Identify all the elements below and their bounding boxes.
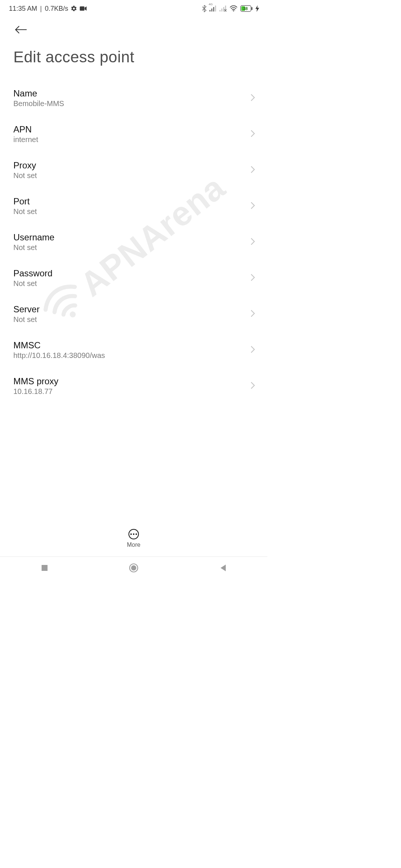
row-mmsc[interactable]: MMSChttp://10.16.18.4:38090/was — [0, 332, 267, 368]
chevron-right-icon — [250, 309, 255, 319]
chevron-right-icon — [250, 345, 255, 355]
more-menu[interactable]: More — [0, 529, 267, 548]
row-proxy[interactable]: ProxyNot set — [0, 152, 267, 188]
row-port[interactable]: PortNot set — [0, 188, 267, 224]
row-value: Not set — [13, 207, 246, 216]
charging-bolt-icon — [255, 5, 259, 12]
chevron-right-icon — [250, 129, 255, 139]
bluetooth-icon — [202, 5, 207, 12]
row-value: Bemobile-MMS — [13, 99, 246, 108]
svg-rect-5 — [219, 10, 221, 11]
svg-rect-12 — [251, 7, 252, 10]
row-password[interactable]: PasswordNot set — [0, 260, 267, 296]
row-title: Port — [13, 196, 246, 207]
status-separator: | — [40, 5, 42, 13]
status-time: 11:35 AM — [9, 5, 37, 13]
system-nav-bar — [0, 556, 267, 579]
battery-icon: 38 — [240, 5, 253, 12]
row-title: Name — [13, 88, 246, 99]
arrow-left-icon — [14, 25, 27, 34]
wifi-icon — [229, 5, 238, 12]
nav-recent-button[interactable] — [38, 561, 51, 575]
row-apn[interactable]: APNinternet — [0, 116, 267, 152]
row-username[interactable]: UsernameNot set — [0, 224, 267, 260]
battery-percent-label: 38 — [243, 6, 248, 11]
nav-home-button[interactable] — [127, 561, 140, 575]
status-net-rate: 0.7KB/s — [45, 5, 68, 13]
svg-rect-6 — [221, 9, 222, 11]
svg-point-16 — [131, 565, 136, 571]
row-value: internet — [13, 135, 246, 144]
more-dots-icon — [128, 529, 139, 539]
chevron-right-icon — [250, 93, 255, 103]
row-value: Not set — [13, 243, 246, 252]
gear-icon — [71, 5, 77, 12]
row-value: Not set — [13, 315, 246, 324]
row-title: Proxy — [13, 160, 246, 171]
svg-rect-0 — [80, 6, 85, 11]
row-value: http://10.16.18.4:38090/was — [13, 351, 246, 360]
svg-rect-7 — [223, 7, 224, 11]
nav-recent-icon — [41, 564, 48, 572]
row-value: 10.16.18.77 — [13, 387, 246, 396]
chevron-right-icon — [250, 201, 255, 211]
signal-no-sim-icon — [219, 6, 227, 11]
back-button[interactable] — [13, 22, 28, 37]
row-title: Server — [13, 304, 246, 315]
more-label: More — [127, 542, 140, 548]
svg-rect-14 — [42, 565, 48, 571]
nav-back-button[interactable] — [216, 561, 229, 575]
signal-4g-icon: 4G — [209, 6, 217, 11]
row-title: MMS proxy — [13, 376, 246, 387]
chevron-right-icon — [250, 381, 255, 391]
row-title: Password — [13, 268, 246, 279]
nav-home-icon — [129, 563, 138, 573]
chevron-right-icon — [250, 165, 255, 175]
row-value: Not set — [13, 279, 246, 288]
status-bar: 11:35 AM | 0.7KB/s 4G — [0, 0, 267, 17]
chevron-right-icon — [250, 237, 255, 247]
row-title: MMSC — [13, 340, 246, 351]
svg-point-9 — [233, 10, 234, 11]
chevron-right-icon — [250, 273, 255, 283]
page-title: Edit access point — [13, 48, 257, 66]
row-server[interactable]: ServerNot set — [0, 296, 267, 332]
svg-rect-3 — [213, 7, 214, 11]
row-name[interactable]: NameBemobile-MMS — [0, 80, 267, 116]
svg-rect-1 — [209, 10, 211, 11]
row-mms-proxy[interactable]: MMS proxy10.16.18.77 — [0, 368, 267, 404]
settings-list: APNArena NameBemobile-MMSAPNinternetProx… — [0, 80, 267, 458]
svg-rect-4 — [215, 6, 216, 11]
svg-rect-2 — [211, 9, 212, 11]
camera-icon — [79, 6, 87, 11]
row-title: Username — [13, 232, 246, 243]
nav-back-icon — [219, 564, 226, 572]
row-title: APN — [13, 124, 246, 135]
row-value: Not set — [13, 171, 246, 180]
